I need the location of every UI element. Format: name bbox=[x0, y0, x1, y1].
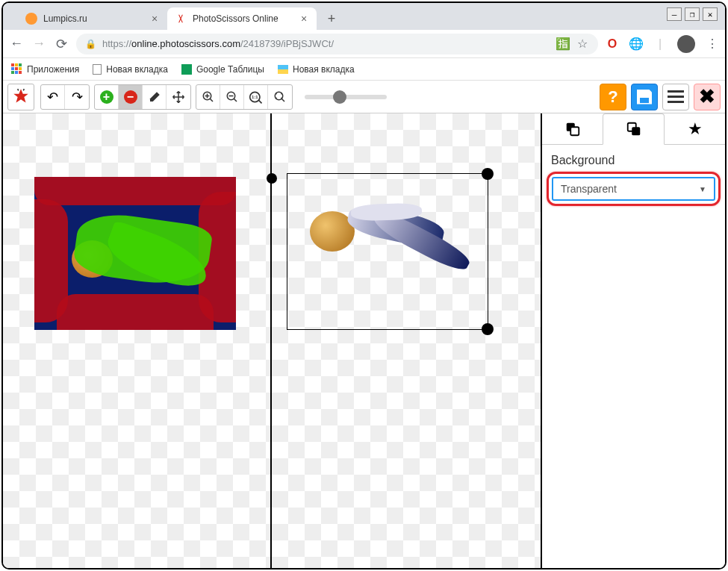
brush-tools-group: + − bbox=[94, 84, 191, 110]
star-icon: ★ bbox=[688, 119, 703, 139]
separator: | bbox=[653, 37, 667, 51]
bookmarks-bar: Приложения Новая вкладка Google Таблицы … bbox=[3, 58, 725, 81]
crop-rectangle[interactable] bbox=[287, 173, 488, 330]
address-bar-row: ← → ⟳ 🔒 https://online.photoscissors.com… bbox=[3, 30, 725, 58]
image-icon bbox=[278, 65, 288, 74]
source-panel bbox=[3, 113, 272, 568]
undo-button[interactable]: ↶ bbox=[41, 85, 65, 109]
close-icon[interactable]: × bbox=[299, 13, 309, 24]
url-text: https://online.photoscissors.com/2418739… bbox=[102, 38, 550, 49]
star-icon[interactable]: ☆ bbox=[576, 37, 589, 51]
properties-body: Background Transparent ▼ bbox=[542, 145, 725, 213]
background-select[interactable]: Transparent ▼ bbox=[552, 177, 715, 201]
background-label: Background bbox=[545, 151, 722, 170]
zoom-out-icon bbox=[225, 90, 239, 104]
tab-background[interactable] bbox=[603, 113, 665, 145]
tab-title: PhotoScissors Online bbox=[193, 13, 293, 24]
annotation-highlight: Transparent ▼ bbox=[547, 172, 721, 206]
extension-icons: O 🌐 | ⋮ bbox=[606, 35, 719, 53]
bg-mask bbox=[57, 294, 214, 330]
tab-title: Lumpics.ru bbox=[43, 13, 143, 24]
result-image bbox=[287, 174, 488, 329]
floppy-disk-icon bbox=[637, 90, 652, 104]
minus-circle-icon: − bbox=[124, 90, 137, 104]
new-tab-button[interactable]: + bbox=[321, 8, 342, 29]
tab-lumpics[interactable]: Lumpics.ru × bbox=[18, 7, 167, 30]
bookmark-label: Новая вкладка bbox=[293, 64, 355, 75]
foreground-brush-button[interactable]: + bbox=[95, 85, 119, 109]
svg-text:1:1: 1:1 bbox=[252, 95, 258, 99]
toolbar-right: ? ✖ bbox=[600, 84, 721, 110]
svg-rect-6 bbox=[570, 127, 579, 135]
slider-thumb[interactable] bbox=[333, 90, 346, 104]
reload-button[interactable]: ⟳ bbox=[54, 37, 69, 52]
forward-button[interactable]: → bbox=[31, 37, 46, 52]
bookmark-label: Приложения bbox=[27, 64, 79, 75]
window-maximize-button[interactable]: ❐ bbox=[685, 7, 700, 21]
app-toolbar: ↶ ↷ + − 1:1 bbox=[3, 81, 725, 113]
zoom-actual-button[interactable]: 1:1 bbox=[244, 85, 268, 109]
layers-front-icon bbox=[564, 121, 581, 137]
zoom-11-icon: 1:1 bbox=[249, 90, 264, 104]
move-arrows-icon bbox=[172, 90, 185, 104]
orange-circle-icon bbox=[25, 13, 37, 25]
translate-icon[interactable]: 🈯 bbox=[556, 37, 570, 51]
document-icon bbox=[93, 64, 102, 75]
hamburger-icon bbox=[668, 90, 684, 103]
close-icon[interactable]: × bbox=[149, 13, 160, 24]
result-panel bbox=[272, 113, 542, 568]
background-brush-button[interactable]: − bbox=[119, 85, 143, 109]
tab-photoscissors[interactable]: PhotoScissors Online × bbox=[167, 7, 317, 30]
brush-size-slider[interactable] bbox=[305, 95, 387, 99]
zoom-group: 1:1 bbox=[196, 84, 293, 110]
zoom-out-button[interactable] bbox=[220, 85, 244, 109]
bookmark-label: Новая вкладка bbox=[106, 64, 168, 75]
back-button[interactable]: ← bbox=[9, 37, 24, 52]
properties-panel: ★ Background Transparent ▼ bbox=[542, 113, 725, 568]
slider-track bbox=[305, 95, 387, 99]
app-logo-button[interactable] bbox=[7, 84, 34, 110]
eraser-button[interactable] bbox=[143, 85, 167, 109]
zoom-in-icon bbox=[202, 90, 215, 104]
window-controls: — ❐ ✕ bbox=[667, 7, 718, 21]
properties-tabs: ★ bbox=[542, 113, 725, 145]
redo-button[interactable]: ↷ bbox=[65, 85, 89, 109]
lock-icon: 🔒 bbox=[85, 39, 96, 49]
tab-foreground[interactable] bbox=[542, 113, 603, 144]
globe-icon[interactable]: 🌐 bbox=[629, 37, 643, 51]
window-close-button[interactable]: ✕ bbox=[703, 7, 718, 21]
star-scissors-icon bbox=[11, 87, 31, 107]
move-button[interactable] bbox=[167, 85, 190, 109]
bookmark-sheets[interactable]: Google Таблицы bbox=[181, 64, 264, 75]
address-bar[interactable]: 🔒 https://online.photoscissors.com/24187… bbox=[76, 34, 598, 54]
eraser-icon bbox=[148, 90, 161, 104]
zoom-fit-button[interactable] bbox=[268, 85, 292, 109]
bookmark-newtab1[interactable]: Новая вкладка bbox=[93, 64, 168, 75]
window-minimize-button[interactable]: — bbox=[667, 7, 682, 21]
layers-back-icon bbox=[626, 121, 642, 137]
apps-grid-icon bbox=[10, 63, 22, 75]
profile-avatar[interactable] bbox=[677, 35, 695, 53]
scissors-icon bbox=[175, 13, 187, 25]
source-image[interactable] bbox=[34, 177, 236, 330]
editor-content: ★ Background Transparent ▼ bbox=[3, 113, 725, 568]
tab-favorites[interactable]: ★ bbox=[665, 113, 725, 144]
menu-button[interactable] bbox=[662, 84, 689, 110]
close-button[interactable]: ✖ bbox=[694, 84, 721, 110]
opera-icon[interactable]: O bbox=[606, 37, 619, 51]
browser-window: — ❐ ✕ Lumpics.ru × PhotoScissors Online … bbox=[1, 1, 727, 570]
help-button[interactable]: ? bbox=[600, 84, 626, 110]
chevron-down-icon: ▼ bbox=[699, 185, 706, 193]
browser-tabs: Lumpics.ru × PhotoScissors Online × + bbox=[3, 3, 725, 30]
sheets-icon bbox=[181, 64, 192, 75]
divider-handle[interactable] bbox=[267, 173, 277, 184]
select-value: Transparent bbox=[561, 183, 617, 195]
bookmark-newtab2[interactable]: Новая вкладка bbox=[278, 64, 355, 75]
bookmark-apps[interactable]: Приложения bbox=[10, 63, 79, 75]
kebab-menu-icon[interactable]: ⋮ bbox=[706, 37, 719, 51]
svg-rect-8 bbox=[632, 127, 640, 135]
plus-circle-icon: + bbox=[100, 90, 113, 104]
bookmark-label: Google Таблицы bbox=[196, 64, 264, 75]
save-button[interactable] bbox=[631, 84, 658, 110]
zoom-in-button[interactable] bbox=[196, 85, 220, 109]
